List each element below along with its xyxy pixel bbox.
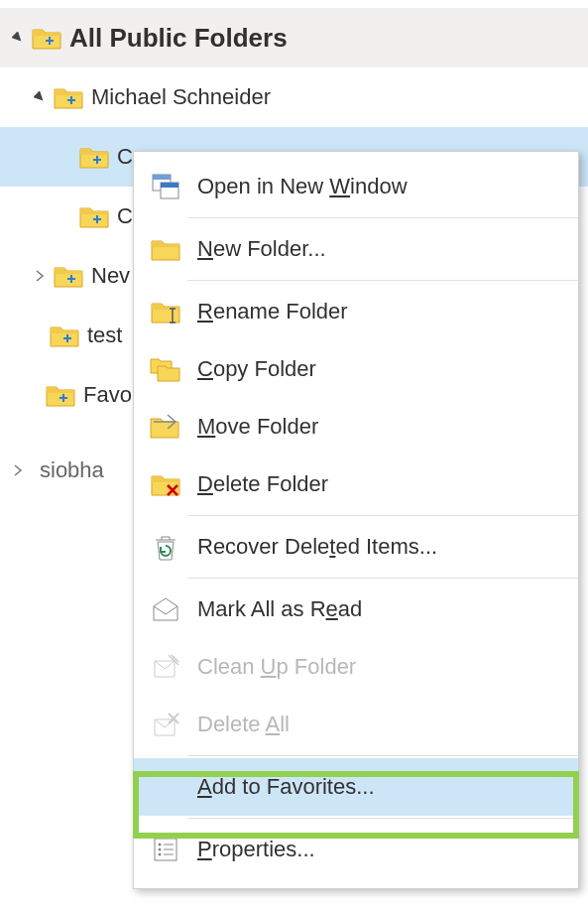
tree-item-label: Favo bbox=[83, 382, 132, 408]
folder-icon bbox=[50, 323, 79, 348]
folder-icon bbox=[54, 263, 83, 289]
menu-separator bbox=[187, 755, 578, 756]
recycle-bin-icon bbox=[148, 531, 183, 563]
new-window-icon bbox=[148, 171, 183, 202]
menu-label: Properties... bbox=[197, 837, 315, 862]
menu-label: Open in New Window bbox=[197, 174, 408, 199]
menu-move-folder[interactable]: Move Folder bbox=[134, 398, 578, 455]
tree-account-label: siobha bbox=[40, 457, 104, 483]
folder-icon bbox=[79, 144, 109, 170]
delete-folder-icon bbox=[148, 468, 183, 500]
menu-properties[interactable]: Properties... bbox=[134, 821, 578, 878]
menu-add-to-favorites[interactable]: Add to Favorites... bbox=[134, 758, 578, 816]
blank-icon bbox=[148, 771, 183, 803]
properties-icon bbox=[148, 834, 183, 865]
folder-icon bbox=[79, 203, 109, 229]
expander-icon[interactable] bbox=[30, 270, 50, 282]
menu-separator bbox=[187, 578, 578, 579]
tree-root-all-public-folders[interactable]: All Public Folders bbox=[0, 8, 588, 67]
menu-clean-up-folder: Clean Up Folder bbox=[134, 638, 578, 696]
menu-label: Clean Up Folder bbox=[197, 654, 356, 680]
rename-folder-icon bbox=[148, 296, 183, 327]
expander-icon[interactable] bbox=[8, 464, 28, 476]
delete-all-icon bbox=[148, 709, 183, 740]
menu-separator bbox=[187, 217, 578, 218]
menu-label: Mark All as Read bbox=[197, 596, 362, 622]
expander-icon[interactable] bbox=[30, 91, 50, 103]
menu-new-folder[interactable]: New Folder... bbox=[134, 220, 578, 278]
folder-icon bbox=[54, 84, 83, 110]
menu-open-new-window[interactable]: Open in New Window bbox=[134, 158, 578, 215]
menu-recover-deleted[interactable]: Recover Deleted Items... bbox=[134, 518, 578, 576]
tree-item-label: Michael Schneider bbox=[91, 84, 271, 110]
menu-mark-all-read[interactable]: Mark All as Read bbox=[134, 581, 578, 638]
svg-rect-3 bbox=[161, 183, 178, 188]
menu-delete-all: Delete All bbox=[134, 696, 578, 753]
svg-point-5 bbox=[159, 844, 162, 846]
menu-rename-folder[interactable]: Rename Folder bbox=[134, 283, 578, 340]
menu-separator bbox=[187, 515, 578, 516]
folder-icon bbox=[46, 382, 75, 408]
expander-icon[interactable] bbox=[8, 32, 28, 44]
menu-label: Recover Deleted Items... bbox=[197, 534, 437, 560]
menu-separator bbox=[187, 818, 578, 819]
svg-rect-1 bbox=[153, 175, 171, 180]
menu-label: Rename Folder bbox=[197, 299, 348, 325]
menu-separator bbox=[187, 280, 578, 281]
menu-label: Move Folder bbox=[197, 414, 318, 440]
copy-folder-icon bbox=[148, 353, 183, 385]
folder-icon bbox=[148, 233, 183, 265]
tree-root-label: All Public Folders bbox=[69, 23, 288, 54]
folder-icon bbox=[32, 25, 61, 51]
clean-folder-icon bbox=[148, 651, 183, 683]
menu-label: Delete Folder bbox=[197, 471, 328, 497]
menu-label: Delete All bbox=[197, 712, 290, 737]
envelope-open-icon bbox=[148, 593, 183, 625]
tree-item-label: test bbox=[87, 323, 122, 348]
menu-delete-folder[interactable]: Delete Folder bbox=[134, 455, 578, 513]
menu-copy-folder[interactable]: Copy Folder bbox=[134, 340, 578, 398]
menu-label: Copy Folder bbox=[197, 356, 316, 382]
menu-label: New Folder... bbox=[197, 236, 326, 262]
tree-item-user[interactable]: Michael Schneider bbox=[0, 67, 588, 127]
menu-label: Add to Favorites... bbox=[197, 774, 375, 800]
move-folder-icon bbox=[148, 411, 183, 443]
svg-point-6 bbox=[159, 848, 162, 851]
svg-point-7 bbox=[159, 853, 162, 856]
tree-item-label: Nev bbox=[91, 263, 130, 289]
context-menu: Open in New Window New Folder... Rename … bbox=[133, 151, 579, 889]
